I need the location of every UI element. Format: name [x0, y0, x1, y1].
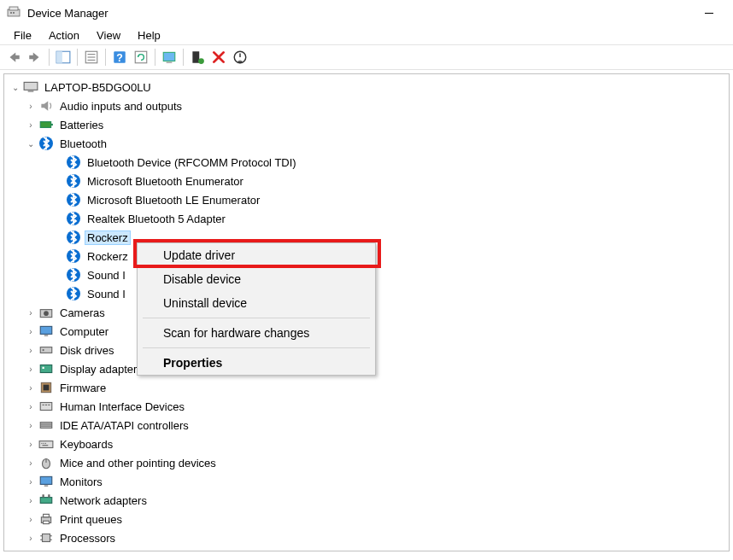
chevron-down-icon[interactable]: ⌄: [9, 81, 21, 93]
tree-bt-rfcomm[interactable]: Bluetooth Device (RFCOMM Protocol TDI): [4, 153, 729, 172]
chevron-right-icon[interactable]: ›: [25, 382, 37, 394]
menubar: File Action View Help: [0, 26, 733, 44]
chevron-right-icon[interactable]: ›: [25, 363, 37, 375]
hid-icon: [38, 399, 54, 414]
svg-rect-31: [44, 385, 50, 391]
tree-bt-msenum[interactable]: Microsoft Bluetooth Enumerator: [4, 172, 729, 190]
chevron-right-icon[interactable]: ›: [25, 100, 37, 112]
forward-button[interactable]: [25, 47, 45, 67]
chevron-right-icon[interactable]: ›: [25, 325, 37, 337]
svg-rect-12: [135, 51, 147, 63]
minimize-button[interactable]: [692, 0, 726, 26]
chevron-right-icon[interactable]: ›: [25, 513, 37, 525]
cm-properties[interactable]: Properties: [138, 351, 375, 375]
tree-print[interactable]: › Print queues: [4, 510, 729, 528]
svg-rect-21: [51, 124, 53, 125]
tree-item-label: Bluetooth: [57, 137, 109, 151]
separator: [155, 49, 155, 66]
svg-point-16: [198, 58, 204, 64]
tree-ide[interactable]: › IDE ATA/ATAPI controllers: [4, 416, 729, 435]
tree-item-label: Mice and other pointing devices: [57, 456, 219, 470]
chevron-right-icon[interactable]: ›: [25, 400, 37, 412]
monitor-icon: [38, 324, 54, 339]
refresh-button[interactable]: [131, 47, 151, 67]
menu-action[interactable]: Action: [40, 27, 88, 44]
svg-rect-48: [40, 498, 52, 504]
svg-rect-13: [163, 52, 175, 61]
svg-rect-20: [40, 122, 50, 128]
menu-file[interactable]: File: [5, 27, 40, 44]
tree-network[interactable]: › Network adapters: [4, 491, 729, 510]
bluetooth-icon: [66, 192, 81, 207]
show-hide-console-tree-button[interactable]: [53, 47, 73, 67]
help-button[interactable]: ?: [109, 47, 130, 67]
tree-item-label: Monitors: [57, 475, 105, 489]
svg-rect-54: [43, 534, 50, 542]
tree-item-label: Keyboards: [57, 437, 115, 452]
uninstall-button[interactable]: [208, 47, 229, 67]
disk-icon: [38, 342, 54, 358]
svg-rect-40: [41, 443, 42, 444]
tree-audio[interactable]: › Audio inputs and outputs: [4, 96, 729, 115]
chevron-right-icon[interactable]: ›: [25, 438, 37, 450]
tree-root[interactable]: ⌄ LAPTOP-B5DGO0LU: [4, 78, 729, 96]
svg-rect-43: [43, 445, 49, 446]
chevron-right-icon[interactable]: ›: [25, 419, 37, 431]
svg-point-27: [43, 349, 44, 351]
tree-item-label: Display adapters: [57, 362, 145, 376]
svg-rect-18: [24, 82, 38, 90]
svg-rect-34: [45, 405, 47, 405]
chevron-right-icon[interactable]: ›: [25, 119, 37, 131]
cm-update-driver[interactable]: Update driver: [138, 243, 375, 267]
device-manager-icon: [7, 6, 21, 20]
back-button[interactable]: [3, 47, 24, 67]
svg-rect-29: [43, 367, 44, 369]
chevron-right-icon[interactable]: ›: [25, 532, 37, 544]
tree-item-label: Network adapters: [57, 493, 150, 508]
tree-batteries[interactable]: › Batteries: [4, 115, 729, 134]
separator: [143, 318, 370, 318]
svg-rect-24: [40, 326, 52, 334]
menu-view[interactable]: View: [88, 27, 129, 44]
tree-bt-msleenum[interactable]: Microsoft Bluetooth LE Enumerator: [4, 190, 729, 209]
properties-button[interactable]: [81, 47, 102, 67]
tree-item-label: IDE ATA/ATAPI controllers: [57, 418, 191, 433]
svg-rect-47: [44, 486, 49, 487]
disable-button[interactable]: [230, 47, 250, 67]
svg-rect-15: [192, 51, 199, 63]
chevron-down-icon[interactable]: ⌄: [25, 137, 37, 149]
tree-bt-realtek[interactable]: Realtek Bluetooth 5 Adapter: [4, 209, 729, 228]
chevron-right-icon[interactable]: ›: [25, 306, 37, 318]
svg-rect-5: [56, 51, 62, 63]
tree-keyboards[interactable]: › Keyboards: [4, 435, 729, 453]
svg-rect-46: [40, 476, 52, 484]
monitor-icon: [38, 474, 54, 489]
svg-point-23: [44, 311, 49, 316]
tree-item-label: Realtek Bluetooth 5 Adapter: [85, 212, 228, 226]
tree-item-label: LAPTOP-B5DGO0LU: [42, 80, 154, 95]
menu-help[interactable]: Help: [129, 27, 169, 44]
tree-firmware[interactable]: › Firmware: [4, 378, 729, 397]
cm-scan-hardware[interactable]: Scan for hardware changes: [138, 321, 375, 345]
tree-processors[interactable]: › Processors: [4, 528, 729, 547]
tree-bluetooth[interactable]: ⌄ Bluetooth: [4, 134, 729, 153]
chevron-right-icon[interactable]: ›: [25, 344, 37, 356]
tree-item-label: Cameras: [57, 306, 108, 320]
keyboard-icon: [38, 436, 54, 452]
camera-icon: [38, 305, 54, 320]
tree-item-label: Computer: [57, 324, 111, 339]
context-menu: Update driver Disable device Uninstall d…: [137, 242, 376, 376]
tree-hid[interactable]: › Human Interface Devices: [4, 397, 729, 416]
svg-point-2: [10, 12, 12, 14]
bluetooth-icon: [66, 230, 81, 245]
tree-monitors[interactable]: › Monitors: [4, 472, 729, 491]
tree-mice[interactable]: › Mice and other pointing devices: [4, 453, 729, 472]
cm-disable-device[interactable]: Disable device: [138, 267, 375, 291]
update-driver-button[interactable]: [187, 47, 208, 67]
chevron-right-icon[interactable]: ›: [25, 457, 37, 469]
cm-uninstall-device[interactable]: Uninstall device: [138, 291, 375, 315]
chevron-right-icon[interactable]: ›: [25, 475, 37, 487]
scan-hardware-button[interactable]: [159, 47, 179, 67]
chevron-right-icon[interactable]: ›: [25, 494, 37, 506]
display-adapter-icon: [38, 361, 54, 376]
